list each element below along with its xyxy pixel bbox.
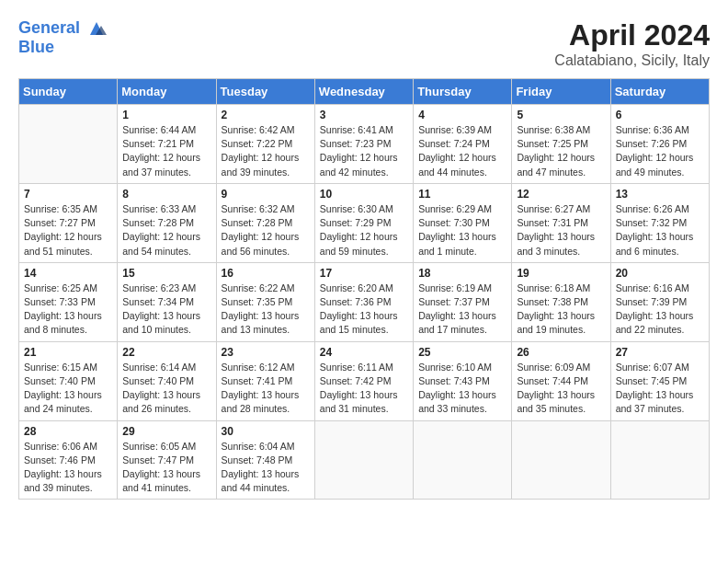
day-number: 21: [24, 346, 112, 359]
calendar-cell: 15Sunrise: 6:23 AMSunset: 7:34 PMDayligh…: [118, 262, 216, 341]
calendar-cell: [314, 420, 413, 500]
calendar-cell: 9Sunrise: 6:32 AMSunset: 7:28 PMDaylight…: [216, 183, 314, 262]
day-number: 5: [517, 109, 605, 121]
calendar-header: SundayMondayTuesdayWednesdayThursdayFrid…: [19, 79, 710, 105]
logo: General Blue: [18, 18, 107, 57]
week-row-2: 7Sunrise: 6:35 AMSunset: 7:27 PMDaylight…: [19, 183, 710, 262]
day-number: 7: [24, 188, 112, 201]
day-info: Sunrise: 6:42 AMSunset: 7:22 PMDaylight:…: [222, 123, 310, 179]
day-info: Sunrise: 6:35 AMSunset: 7:27 PMDaylight:…: [24, 202, 112, 259]
calendar-cell: 26Sunrise: 6:09 AMSunset: 7:44 PMDayligh…: [512, 341, 610, 420]
weekday-tuesday: Tuesday: [216, 79, 314, 105]
day-info: Sunrise: 6:14 AMSunset: 7:40 PMDaylight:…: [122, 361, 210, 417]
day-number: 11: [418, 188, 506, 201]
day-number: 8: [122, 188, 210, 201]
day-info: Sunrise: 6:09 AMSunset: 7:44 PMDaylight:…: [517, 361, 605, 417]
calendar-cell: 28Sunrise: 6:06 AMSunset: 7:46 PMDayligh…: [19, 420, 118, 500]
calendar-cell: 18Sunrise: 6:19 AMSunset: 7:37 PMDayligh…: [414, 262, 512, 341]
day-number: 1: [122, 109, 210, 121]
day-info: Sunrise: 6:30 AMSunset: 7:29 PMDaylight:…: [320, 202, 408, 259]
day-number: 27: [616, 346, 704, 359]
weekday-wednesday: Wednesday: [314, 79, 413, 105]
calendar-cell: 3Sunrise: 6:41 AMSunset: 7:23 PMDaylight…: [314, 105, 413, 184]
calendar-cell: 7Sunrise: 6:35 AMSunset: 7:27 PMDaylight…: [19, 183, 118, 262]
calendar-cell: [414, 420, 512, 500]
day-number: 16: [222, 267, 310, 280]
calendar-cell: 24Sunrise: 6:11 AMSunset: 7:42 PMDayligh…: [314, 341, 413, 420]
calendar-cell: [19, 105, 118, 184]
calendar-cell: 13Sunrise: 6:26 AMSunset: 7:32 PMDayligh…: [610, 183, 709, 262]
day-number: 19: [517, 267, 605, 280]
weekday-sunday: Sunday: [19, 79, 118, 105]
day-number: 12: [517, 188, 605, 201]
day-info: Sunrise: 6:44 AMSunset: 7:21 PMDaylight:…: [122, 123, 210, 179]
calendar-cell: 17Sunrise: 6:20 AMSunset: 7:36 PMDayligh…: [314, 262, 413, 341]
weekday-saturday: Saturday: [610, 79, 709, 105]
calendar-cell: 19Sunrise: 6:18 AMSunset: 7:38 PMDayligh…: [512, 262, 610, 341]
logo-blue: Blue: [18, 38, 54, 56]
weekday-friday: Friday: [512, 79, 610, 105]
day-number: 14: [24, 267, 112, 280]
calendar-cell: 30Sunrise: 6:04 AMSunset: 7:48 PMDayligh…: [216, 420, 314, 500]
day-info: Sunrise: 6:20 AMSunset: 7:36 PMDaylight:…: [320, 282, 408, 338]
day-info: Sunrise: 6:32 AMSunset: 7:28 PMDaylight:…: [222, 202, 310, 259]
day-info: Sunrise: 6:06 AMSunset: 7:46 PMDaylight:…: [24, 440, 112, 496]
day-number: 26: [517, 346, 605, 359]
weekday-header-row: SundayMondayTuesdayWednesdayThursdayFrid…: [19, 79, 710, 105]
day-info: Sunrise: 6:11 AMSunset: 7:42 PMDaylight:…: [320, 361, 408, 417]
day-number: 28: [24, 425, 112, 438]
calendar-cell: 2Sunrise: 6:42 AMSunset: 7:22 PMDaylight…: [216, 105, 314, 184]
day-info: Sunrise: 6:07 AMSunset: 7:45 PMDaylight:…: [616, 361, 704, 417]
month-title: April 2024: [554, 18, 710, 52]
day-number: 18: [418, 267, 506, 280]
day-number: 25: [418, 346, 506, 359]
calendar-cell: 1Sunrise: 6:44 AMSunset: 7:21 PMDaylight…: [118, 105, 216, 184]
weekday-thursday: Thursday: [414, 79, 512, 105]
calendar-cell: 8Sunrise: 6:33 AMSunset: 7:28 PMDaylight…: [118, 183, 216, 262]
logo-text: General Blue: [18, 18, 107, 57]
calendar-cell: 6Sunrise: 6:36 AMSunset: 7:26 PMDaylight…: [610, 105, 709, 184]
calendar-cell: 5Sunrise: 6:38 AMSunset: 7:25 PMDaylight…: [512, 105, 610, 184]
day-info: Sunrise: 6:41 AMSunset: 7:23 PMDaylight:…: [320, 123, 408, 179]
calendar-cell: 29Sunrise: 6:05 AMSunset: 7:47 PMDayligh…: [118, 420, 216, 500]
day-number: 15: [122, 267, 210, 280]
day-info: Sunrise: 6:23 AMSunset: 7:34 PMDaylight:…: [122, 282, 210, 338]
day-number: 10: [320, 188, 408, 201]
calendar-body: 1Sunrise: 6:44 AMSunset: 7:21 PMDaylight…: [19, 105, 710, 500]
calendar-cell: [610, 420, 709, 500]
calendar-cell: 25Sunrise: 6:10 AMSunset: 7:43 PMDayligh…: [414, 341, 512, 420]
calendar-table: SundayMondayTuesdayWednesdayThursdayFrid…: [18, 78, 710, 500]
week-row-5: 28Sunrise: 6:06 AMSunset: 7:46 PMDayligh…: [19, 420, 710, 500]
day-number: 20: [616, 267, 704, 280]
day-info: Sunrise: 6:18 AMSunset: 7:38 PMDaylight:…: [517, 282, 605, 338]
weekday-monday: Monday: [118, 79, 216, 105]
day-number: 24: [320, 346, 408, 359]
day-info: Sunrise: 6:04 AMSunset: 7:48 PMDaylight:…: [222, 440, 310, 496]
calendar-cell: 14Sunrise: 6:25 AMSunset: 7:33 PMDayligh…: [19, 262, 118, 341]
day-info: Sunrise: 6:26 AMSunset: 7:32 PMDaylight:…: [616, 202, 704, 259]
day-info: Sunrise: 6:12 AMSunset: 7:41 PMDaylight:…: [222, 361, 310, 417]
logo-icon: [86, 18, 107, 39]
day-info: Sunrise: 6:38 AMSunset: 7:25 PMDaylight:…: [517, 123, 605, 179]
day-info: Sunrise: 6:29 AMSunset: 7:30 PMDaylight:…: [418, 202, 506, 259]
calendar-cell: [512, 420, 610, 500]
day-info: Sunrise: 6:33 AMSunset: 7:28 PMDaylight:…: [122, 202, 210, 259]
day-number: 9: [222, 188, 310, 201]
day-info: Sunrise: 6:05 AMSunset: 7:47 PMDaylight:…: [122, 440, 210, 496]
calendar-cell: 27Sunrise: 6:07 AMSunset: 7:45 PMDayligh…: [610, 341, 709, 420]
calendar-cell: 11Sunrise: 6:29 AMSunset: 7:30 PMDayligh…: [414, 183, 512, 262]
calendar-cell: 23Sunrise: 6:12 AMSunset: 7:41 PMDayligh…: [216, 341, 314, 420]
location: Calatabiano, Sicily, Italy: [554, 52, 710, 69]
day-number: 3: [320, 109, 408, 121]
day-number: 4: [418, 109, 506, 121]
day-info: Sunrise: 6:22 AMSunset: 7:35 PMDaylight:…: [222, 282, 310, 338]
day-info: Sunrise: 6:10 AMSunset: 7:43 PMDaylight:…: [418, 361, 506, 417]
week-row-1: 1Sunrise: 6:44 AMSunset: 7:21 PMDaylight…: [19, 105, 710, 184]
week-row-3: 14Sunrise: 6:25 AMSunset: 7:33 PMDayligh…: [19, 262, 710, 341]
calendar-cell: 20Sunrise: 6:16 AMSunset: 7:39 PMDayligh…: [610, 262, 709, 341]
page-header: General Blue April 2024 Calatabiano, Sic…: [18, 18, 710, 69]
day-number: 23: [222, 346, 310, 359]
day-number: 22: [122, 346, 210, 359]
day-number: 6: [616, 109, 704, 121]
calendar-cell: 16Sunrise: 6:22 AMSunset: 7:35 PMDayligh…: [216, 262, 314, 341]
